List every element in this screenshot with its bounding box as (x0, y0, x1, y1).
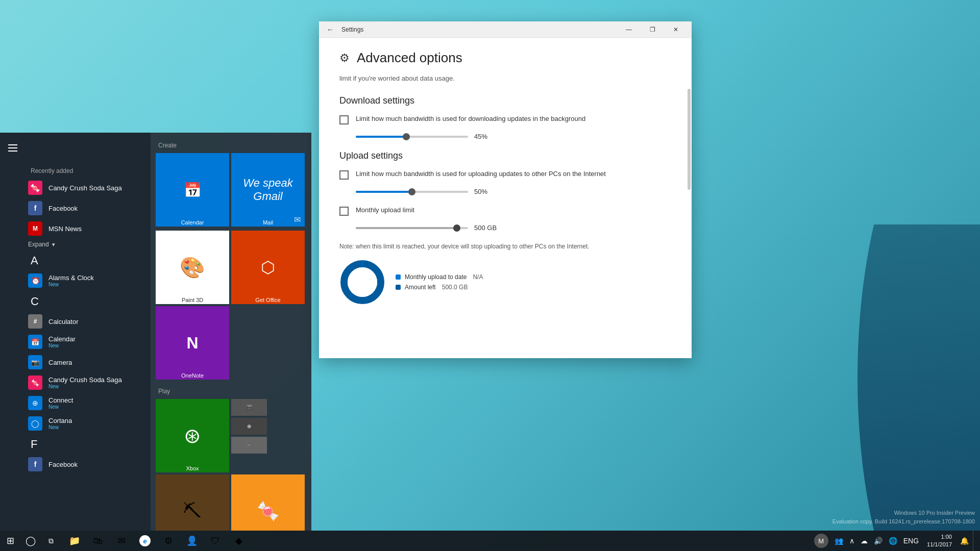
start-app-connect[interactable]: ⊕ Connect New (0, 393, 151, 413)
expand-button[interactable]: Expand ▼ (0, 239, 151, 250)
show-desktop-button[interactable] (973, 531, 976, 551)
calculator-icon: # (28, 314, 42, 329)
tile-xbox[interactable]: ⊛ Xbox (156, 399, 229, 472)
window-back-button[interactable]: ← (323, 22, 337, 37)
candy-tile-icon: 🍬 (257, 500, 280, 522)
legend-label-monthly: Monthly upload to date (405, 273, 467, 281)
taskbar-app-edge[interactable]: e (134, 531, 156, 551)
start-app-alarms[interactable]: ⏰ Alarms & Clock New (0, 270, 151, 291)
taskbar-app-explorer[interactable]: 📁 (63, 531, 86, 551)
taskbar-app-defender[interactable]: 🛡 (204, 531, 227, 551)
scrollbar[interactable] (688, 89, 691, 190)
tile-getoffice[interactable]: ⬡ Get Office (231, 231, 305, 304)
paint3d-tile-label: Paint 3D (156, 295, 229, 304)
candy-crush-name: Candy Crush Soda Saga (48, 184, 122, 192)
taskbar-avatar[interactable]: M (814, 534, 828, 548)
minecraft-tile-icon: ⛏ (183, 500, 202, 522)
taskbar-people-icon[interactable]: 👥 (832, 537, 845, 545)
volume-icon[interactable]: 🔊 (872, 537, 885, 545)
tile-candy[interactable]: 🍬 Candy Crush Soda (231, 474, 305, 531)
network-icon[interactable]: 🌐 (887, 537, 899, 545)
legend-dot-left (396, 285, 401, 290)
mail-taskbar-icon: ✉ (116, 536, 127, 546)
notification-icon[interactable]: 🔔 (958, 537, 971, 545)
start-app-facebook[interactable]: f Facebook (0, 454, 151, 474)
create-tiles-grid: 📅 Calendar We speak Gmail ✉ Mail (156, 153, 306, 227)
candy-icon-c: 🍬 (28, 375, 42, 390)
getoffice-tile-icon: ⬡ (261, 258, 275, 277)
restore-button[interactable]: ❐ (641, 21, 664, 38)
taskbar-app-people[interactable]: 👤 (181, 531, 203, 551)
defender-icon: 🛡 (210, 536, 220, 546)
tile-paint3d[interactable]: 🎨 Paint 3D (156, 231, 229, 304)
upload-slider-track[interactable] (356, 191, 468, 193)
alarms-name: Alarms & Clock New (48, 274, 94, 287)
candy-new-badge: New (48, 384, 122, 389)
minimize-button[interactable]: — (617, 21, 641, 38)
start-app-cortana[interactable]: ◯ Cortana New (0, 413, 151, 434)
start-app-candy[interactable]: 🍬 Candy Crush Soda Saga New (0, 372, 151, 393)
calculator-label: Calculator (48, 318, 79, 325)
keyboard-icon[interactable]: ENG (901, 537, 921, 545)
download-checkbox[interactable] (339, 115, 349, 124)
download-slider-thumb[interactable] (403, 133, 410, 140)
app8-icon: ◆ (234, 536, 244, 546)
upload-slider-value: 50% (474, 188, 495, 195)
start-app-calendar[interactable]: 📅 Calendar New (0, 332, 151, 352)
taskbar-app-settings[interactable]: ⚙ (157, 531, 180, 551)
tile-minecraft[interactable]: ⛏ Minecraft (156, 474, 229, 531)
xbox-tile-label: Xbox (156, 463, 229, 472)
taskbar-app-mail[interactable]: ✉ (110, 531, 133, 551)
calendar-new-badge: New (48, 343, 76, 348)
play-tiles-grid: ⊛ Xbox 🎬 ⊕ 🎮 ⛏ (156, 399, 306, 531)
start-app-camera[interactable]: 📷 Camera (0, 352, 151, 372)
expand-label: Expand (28, 241, 49, 248)
monthly-slider-row: 500 GB (339, 224, 671, 232)
tile-calendar[interactable]: 📅 Calendar (156, 153, 229, 227)
onedrive-tray-icon[interactable]: ☁ (859, 537, 870, 545)
start-menu-left-panel: Recently added 🍬 Candy Crush Soda Saga f… (0, 133, 151, 531)
start-app-facebook-recent[interactable]: f Facebook (0, 198, 151, 218)
upload-checkbox[interactable] (339, 170, 349, 180)
candy-name-c: Candy Crush Soda Saga New (48, 376, 122, 389)
tile-onenote[interactable]: N OneNote (156, 306, 229, 380)
section-letter-f: F (0, 434, 151, 454)
download-slider-track[interactable] (356, 136, 468, 138)
tile-movie3[interactable]: 🎮 (231, 437, 267, 454)
monthly-slider-track[interactable] (356, 227, 468, 229)
taskbar-app-store[interactable]: 🛍 (87, 531, 109, 551)
win-version-line1: Windows 10 Pro Insider Preview (832, 509, 975, 517)
download-slider-row: 45% (339, 133, 671, 140)
expand-chevron: ▼ (51, 242, 56, 247)
monthly-upload-checkbox[interactable] (339, 207, 349, 216)
cortana-search-button[interactable]: ◯ (20, 531, 41, 551)
upload-slider-thumb[interactable] (408, 188, 415, 195)
settings-content: ⚙ Advanced options limit if you're worri… (319, 38, 692, 358)
candy-crush-label: Candy Crush Soda Saga (48, 184, 122, 192)
hamburger-button[interactable] (3, 138, 23, 158)
start-app-candy-crush-recent[interactable]: 🍬 Candy Crush Soda Saga (0, 178, 151, 198)
legend-dot-monthly (396, 274, 401, 280)
legend-monthly-upload: Monthly upload to date N/A (396, 273, 483, 281)
taskbar: ⊞ ◯ ⧉ 📁 🛍 ✉ e ⚙ (0, 531, 980, 551)
close-icon: ✕ (673, 26, 678, 33)
start-app-calculator[interactable]: # Calculator (0, 311, 151, 332)
up-arrow-icon[interactable]: ∧ (847, 537, 856, 545)
legend-value-monthly: N/A (473, 273, 483, 281)
close-button[interactable]: ✕ (664, 21, 688, 38)
monthly-note-text: Note: when this limit is reached, your d… (339, 242, 671, 251)
monthly-slider-thumb[interactable] (453, 224, 460, 232)
taskbar-time[interactable]: 1:00 11/1/2017 (923, 533, 956, 549)
tile-movie1[interactable]: 🎬 (231, 399, 267, 416)
taskbar-app-8[interactable]: ◆ (228, 531, 250, 551)
onenote-tile-label: OneNote (156, 370, 229, 380)
movie3-icon: 🎮 (246, 442, 252, 448)
movie1-icon: 🎬 (246, 405, 252, 410)
task-view-button[interactable]: ⧉ (41, 531, 61, 551)
start-app-msn-recent[interactable]: M MSN News (0, 218, 151, 239)
tile-mail[interactable]: We speak Gmail ✉ Mail (231, 153, 305, 227)
movie2-icon: ⊕ (247, 423, 251, 429)
upload-option-text: Limit how much bandwidth is used for upl… (356, 169, 606, 179)
start-button[interactable]: ⊞ (0, 531, 20, 551)
tile-movie2[interactable]: ⊕ (231, 418, 267, 435)
